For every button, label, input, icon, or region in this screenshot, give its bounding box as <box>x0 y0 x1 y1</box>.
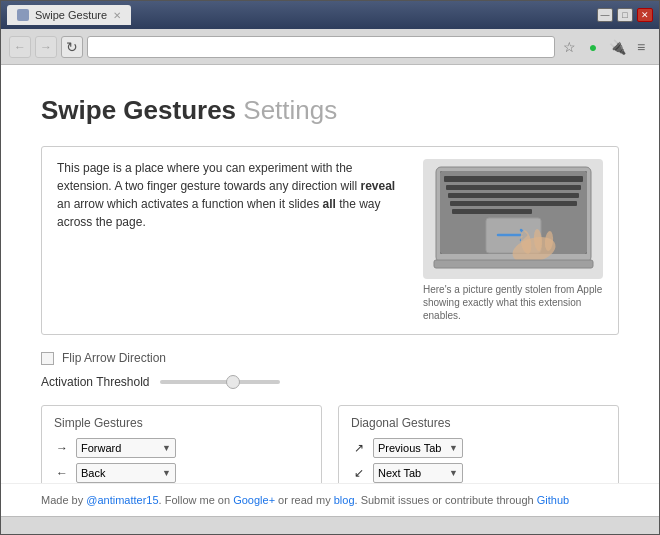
menu-icon[interactable]: ≡ <box>631 37 651 57</box>
info-box: This page is a place where you can exper… <box>41 146 619 335</box>
page-heading: Swipe Gestures Settings <box>41 95 619 126</box>
navigation-bar: ← → ↻ ☆ ● 🔌 ≡ <box>1 29 659 65</box>
refresh-icon: ↻ <box>66 39 78 55</box>
flip-arrow-label: Flip Arrow Direction <box>62 351 166 365</box>
diagonal-ne-select[interactable]: Previous Tab ▼ <box>373 438 463 458</box>
tab-favicon <box>17 9 29 21</box>
footer-text-2: . Follow me on <box>159 494 234 506</box>
threshold-slider-thumb[interactable] <box>226 375 240 389</box>
close-button[interactable]: ✕ <box>637 8 653 22</box>
window-controls: — □ ✕ <box>597 8 653 22</box>
threshold-label: Activation Threshold <box>41 375 150 389</box>
flip-arrow-checkbox[interactable] <box>41 352 54 365</box>
footer-google-link[interactable]: Google+ <box>233 494 275 506</box>
svg-rect-5 <box>448 193 579 198</box>
url-input[interactable] <box>94 40 548 54</box>
heading-bold: Swipe Gestures <box>41 95 236 125</box>
simple-back-value: Back <box>81 467 158 479</box>
status-bar <box>1 516 659 534</box>
threshold-slider-track[interactable] <box>160 380 280 384</box>
diagonal-gestures-title: Diagonal Gestures <box>351 416 606 430</box>
gesture-row-left: ← Back ▼ <box>54 463 309 483</box>
diagonal-row-sw: ↙ Next Tab ▼ <box>351 463 606 483</box>
flip-arrow-row: Flip Arrow Direction <box>41 351 619 365</box>
simple-gestures-box: Simple Gestures → Forward ▼ ← Back ▼ <box>41 405 322 483</box>
tab-title: Swipe Gesture <box>35 9 107 21</box>
image-caption: Here's a picture gently stolen from Appl… <box>423 283 603 322</box>
star-icon[interactable]: ☆ <box>559 37 579 57</box>
diagonal-row-ne: ↗ Previous Tab ▼ <box>351 438 606 458</box>
puzzle-icon[interactable]: 🔌 <box>607 37 627 57</box>
diagonal-sw-select[interactable]: Next Tab ▼ <box>373 463 463 483</box>
svg-rect-4 <box>446 185 581 190</box>
title-bar: Swipe Gesture ✕ — □ ✕ <box>1 1 659 29</box>
simple-forward-select[interactable]: Forward ▼ <box>76 438 176 458</box>
refresh-button[interactable]: ↻ <box>61 36 83 58</box>
maximize-button[interactable]: □ <box>617 8 633 22</box>
info-text: This page is a place where you can exper… <box>57 159 403 231</box>
simple-back-select[interactable]: Back ▼ <box>76 463 176 483</box>
tab-close-icon[interactable]: ✕ <box>113 10 121 21</box>
simple-forward-dropdown-icon: ▼ <box>162 443 171 453</box>
back-icon: ← <box>14 40 26 54</box>
simple-forward-value: Forward <box>81 442 158 454</box>
svg-rect-7 <box>452 209 532 214</box>
simple-back-dropdown-icon: ▼ <box>162 468 171 478</box>
nav-extra-icons: ☆ ● 🔌 ≡ <box>559 37 651 57</box>
svg-rect-3 <box>444 176 583 182</box>
minimize-button[interactable]: — <box>597 8 613 22</box>
svg-rect-16 <box>434 260 593 268</box>
footer: Made by @antimatter15. Follow me on Goog… <box>1 483 659 516</box>
diagonal-gestures-box: Diagonal Gestures ↗ Previous Tab ▼ ↙ Nex… <box>338 405 619 483</box>
laptop-image <box>423 159 603 279</box>
footer-author-link[interactable]: @antimatter15 <box>86 494 158 506</box>
circle-status-icon: ● <box>583 37 603 57</box>
forward-icon: → <box>40 40 52 54</box>
sw-arrow-icon: ↙ <box>351 466 367 480</box>
right-arrow-icon: → <box>54 441 70 455</box>
laptop-image-container: Here's a picture gently stolen from Appl… <box>423 159 603 322</box>
footer-text-3: or read my <box>275 494 334 506</box>
heading-light: Settings <box>243 95 337 125</box>
threshold-row: Activation Threshold <box>41 375 619 389</box>
svg-rect-6 <box>450 201 577 206</box>
gestures-row: Simple Gestures → Forward ▼ ← Back ▼ <box>41 405 619 483</box>
address-bar[interactable] <box>87 36 555 58</box>
ne-arrow-icon: ↗ <box>351 441 367 455</box>
page-content: Swipe Gestures Settings This page is a p… <box>1 65 659 483</box>
laptop-svg <box>426 162 601 277</box>
diagonal-sw-dropdown-icon: ▼ <box>449 468 458 478</box>
gesture-row-right: → Forward ▼ <box>54 438 309 458</box>
browser-window: Swipe Gesture ✕ — □ ✕ ← → ↻ ☆ ● 🔌 ≡ <box>0 0 660 535</box>
footer-blog-link[interactable]: blog <box>334 494 355 506</box>
left-arrow-icon: ← <box>54 466 70 480</box>
back-button[interactable]: ← <box>9 36 31 58</box>
diagonal-ne-dropdown-icon: ▼ <box>449 443 458 453</box>
forward-button[interactable]: → <box>35 36 57 58</box>
footer-text-1: Made by <box>41 494 86 506</box>
footer-github-link[interactable]: Github <box>537 494 569 506</box>
simple-gestures-title: Simple Gestures <box>54 416 309 430</box>
active-tab[interactable]: Swipe Gesture ✕ <box>7 5 131 25</box>
footer-text-4: . Submit issues or contribute through <box>355 494 537 506</box>
diagonal-ne-value: Previous Tab <box>378 442 445 454</box>
diagonal-sw-value: Next Tab <box>378 467 445 479</box>
